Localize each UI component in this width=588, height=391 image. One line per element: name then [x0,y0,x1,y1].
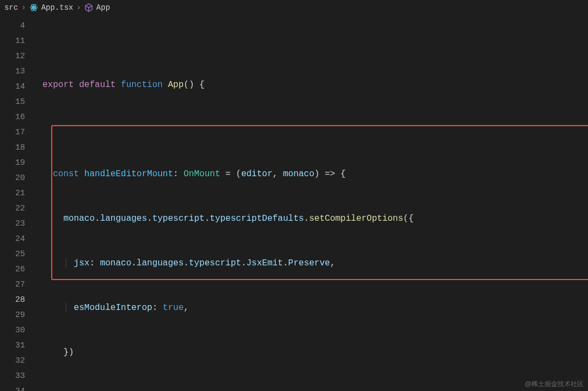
code-editor[interactable]: 4 11 12 13 14 15 16 17 18 19 20 21 22 23… [0,15,588,391]
line-number: 28 [0,293,35,308]
line-number: 24 [0,232,35,247]
line-number: 14 [0,79,35,95]
line-number-gutter: 4 11 12 13 14 15 16 17 18 19 20 21 22 23… [0,15,35,391]
breadcrumb-seg-src[interactable]: src [4,3,18,12]
line-number: 34 [0,384,35,391]
line-number: 26 [0,262,35,277]
code-line[interactable]: │ esModuleInterop: true, [35,300,588,315]
line-number: 20 [0,171,35,186]
line-number: 4 [0,18,35,34]
line-number: 18 [0,140,35,156]
code-line[interactable]: │ jsx: monaco.languages.typescript.JsxEm… [35,256,588,271]
chevron-right-icon: › [21,3,26,12]
line-number: 27 [0,277,35,293]
breadcrumb-seg-symbol[interactable]: App [96,3,110,12]
react-icon [29,3,38,12]
line-number: 16 [0,110,35,125]
line-number: 25 [0,247,35,262]
line-number: 30 [0,323,35,338]
line-number: 22 [0,201,35,216]
line-number: 19 [0,156,35,171]
code-line[interactable]: }) [35,345,588,360]
breadcrumb-seg-file[interactable]: App.tsx [41,3,74,12]
line-number: 32 [0,353,35,369]
line-number: 31 [0,338,35,353]
chevron-right-icon: › [76,3,81,12]
code-area[interactable]: export default function App() { const ha… [35,15,588,391]
line-number: 11 [0,34,35,49]
code-line[interactable]: monaco.languages.typescript.typescriptDe… [35,211,588,226]
line-number: 15 [0,95,35,110]
line-number: 23 [0,216,35,232]
code-line[interactable]: export default function App() { [35,77,588,92]
breadcrumb[interactable]: src › App.tsx › App [0,0,588,15]
watermark: @稀土掘金技术社区 [525,380,584,389]
code-line[interactable]: const handleEditorMount: OnMount = (edit… [35,166,588,182]
line-number: 13 [0,64,35,79]
line-number: 12 [0,49,35,64]
symbol-icon [84,3,93,12]
line-number: 29 [0,308,35,323]
line-number: 21 [0,186,35,201]
line-number: 33 [0,369,35,384]
svg-point-0 [33,7,34,9]
code-line[interactable] [35,122,588,137]
line-number: 17 [0,125,35,140]
